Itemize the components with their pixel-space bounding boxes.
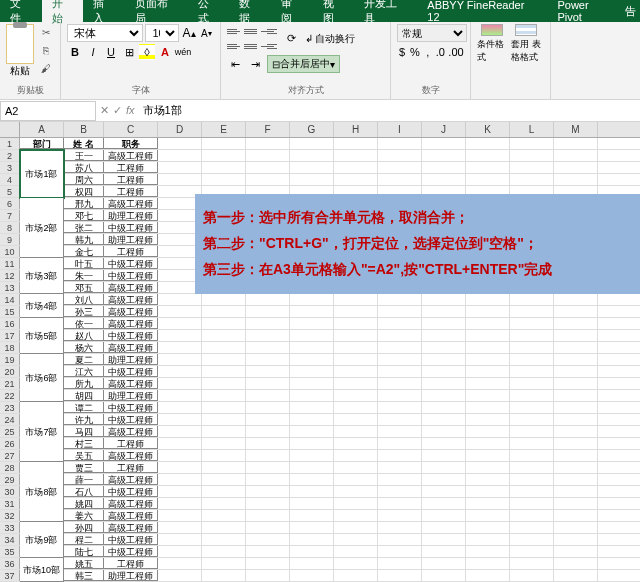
cell[interactable] [466,306,510,317]
cell[interactable]: 夏二 [64,354,104,365]
merged-cell[interactable]: 市场1部 [20,150,64,198]
col-header-E[interactable]: E [202,122,246,137]
cell[interactable] [510,390,554,401]
cell[interactable] [334,378,378,389]
paste-button[interactable]: 粘贴 [10,64,30,78]
cell[interactable] [466,426,510,437]
row-header[interactable]: 2 [0,150,20,161]
cell[interactable] [158,498,202,509]
conditional-format-button[interactable]: 条件格式 [477,24,507,64]
cell[interactable] [202,150,246,161]
merged-cell[interactable]: 市场5部 [20,318,64,354]
cell[interactable] [158,162,202,173]
cell[interactable]: 工程师 [104,186,158,197]
cell[interactable] [290,390,334,401]
cell[interactable]: 赵八 [64,330,104,341]
cell[interactable] [422,150,466,161]
cell[interactable]: 高级工程师 [104,294,158,305]
cell[interactable]: 王一 [64,150,104,161]
cell[interactable] [422,534,466,545]
cell[interactable] [246,162,290,173]
cell[interactable]: 韩九 [64,234,104,245]
tab-1[interactable]: 开始 [42,0,84,22]
cell[interactable]: 工程师 [104,174,158,185]
cell[interactable] [158,558,202,569]
cell[interactable] [246,150,290,161]
cell[interactable] [510,162,554,173]
cell[interactable] [202,546,246,557]
cell[interactable] [202,318,246,329]
cell[interactable] [554,378,598,389]
row-header[interactable]: 16 [0,318,20,329]
cell[interactable] [246,558,290,569]
cell[interactable] [334,486,378,497]
cell[interactable] [246,450,290,461]
cell[interactable] [466,138,510,149]
cell[interactable] [290,306,334,317]
cell[interactable]: 韩三 [64,570,104,581]
cell[interactable]: 中级工程师 [104,258,158,269]
cell[interactable] [422,426,466,437]
row-header[interactable]: 10 [0,246,20,257]
cell[interactable] [158,294,202,305]
cell[interactable] [554,534,598,545]
cell[interactable]: 高级工程师 [104,510,158,521]
col-header-I[interactable]: I [378,122,422,137]
cell[interactable] [510,486,554,497]
cell[interactable] [554,438,598,449]
cell[interactable] [466,486,510,497]
spreadsheet-grid[interactable]: ABCDEFGHIJKLM 1 部门 姓 名 职务2市场1部王一高级工程师3苏八… [0,122,640,582]
tell-me[interactable]: 告 [625,4,640,19]
italic-button[interactable]: I [85,44,101,60]
merged-cell[interactable]: 市场10部 [20,558,64,582]
cell[interactable]: 中级工程师 [104,414,158,425]
cell[interactable] [334,522,378,533]
row-header[interactable]: 28 [0,462,20,473]
enter-icon[interactable]: ✓ [113,104,122,117]
cell[interactable] [246,510,290,521]
percent-button[interactable]: % [409,44,421,60]
cell[interactable]: 周六 [64,174,104,185]
phonetic-button[interactable]: wén [175,44,191,60]
cell[interactable] [422,558,466,569]
cell[interactable] [510,462,554,473]
cell[interactable] [466,150,510,161]
cell[interactable]: 陆七 [64,546,104,557]
cell[interactable] [158,438,202,449]
cell[interactable] [202,522,246,533]
cell[interactable] [290,474,334,485]
row-header[interactable]: 3 [0,162,20,173]
cell[interactable]: 吴五 [64,450,104,461]
cell[interactable] [378,378,422,389]
cell[interactable] [202,450,246,461]
cell[interactable] [422,330,466,341]
cell[interactable] [466,522,510,533]
cell[interactable] [290,174,334,185]
cell[interactable]: 叶五 [64,258,104,269]
cell[interactable] [334,402,378,413]
cell[interactable] [466,330,510,341]
cell[interactable] [378,414,422,425]
cell[interactable] [378,426,422,437]
cell[interactable]: 中级工程师 [104,270,158,281]
cell[interactable] [466,390,510,401]
row-header[interactable]: 9 [0,234,20,245]
cell[interactable] [202,306,246,317]
cell[interactable] [158,414,202,425]
cell[interactable] [466,438,510,449]
cell[interactable]: 助理工程师 [104,354,158,365]
cell[interactable] [290,462,334,473]
orientation-button[interactable]: ⟳ [283,31,299,47]
paste-icon[interactable] [6,24,34,64]
cell[interactable]: 助理工程师 [104,570,158,581]
cancel-icon[interactable]: ✕ [100,104,109,117]
cell[interactable] [510,426,554,437]
col-header-D[interactable]: D [158,122,202,137]
cell[interactable] [554,306,598,317]
cell[interactable] [378,558,422,569]
cell[interactable] [422,402,466,413]
col-header-G[interactable]: G [290,122,334,137]
col-header-C[interactable]: C [104,122,158,137]
cell[interactable] [466,546,510,557]
cell[interactable] [510,570,554,581]
